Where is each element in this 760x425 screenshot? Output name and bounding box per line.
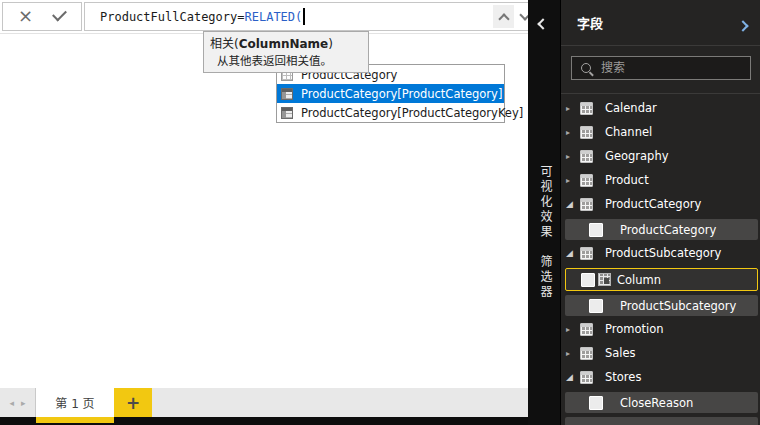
- divider: [561, 45, 760, 46]
- table-row-geography[interactable]: ▸Geography: [561, 144, 760, 168]
- field-label: CloseReason: [620, 396, 693, 410]
- table-label: Channel: [605, 125, 652, 139]
- field-row-column[interactable]: Column: [565, 268, 758, 291]
- table-row-stores[interactable]: ◢Stores: [561, 365, 760, 389]
- field-label: ProductSubcategory: [620, 299, 736, 313]
- chevron-expanded-icon[interactable]: ◢: [566, 199, 578, 209]
- function-description: 从其他表返回相关值。: [210, 52, 360, 68]
- table-icon: [580, 150, 593, 163]
- add-page-button[interactable]: +: [114, 388, 152, 417]
- search-box[interactable]: [571, 56, 751, 80]
- rail-tab-visualizations[interactable]: 可视化效果: [537, 165, 554, 240]
- field-checkbox[interactable]: [589, 396, 603, 410]
- table-row-sales[interactable]: ▸Sales: [561, 341, 760, 365]
- chevron-collapsed-icon[interactable]: ▸: [566, 349, 578, 358]
- text-caret: [303, 8, 305, 25]
- table-row-calendar[interactable]: ▸Calendar: [561, 96, 760, 120]
- field-row-productsubcategory[interactable]: ProductSubcategory: [565, 295, 758, 316]
- formula-bar: × ProductFullCategory=RELATED(: [0, 0, 528, 34]
- side-rail: 可视化效果 筛选器: [528, 0, 560, 425]
- page-tab[interactable]: 第 1 页: [36, 388, 114, 417]
- function-signature: 相关(ColumnName): [210, 34, 360, 51]
- autocomplete-item-label: ProductCategory[ProductCategoryKey]: [301, 106, 523, 120]
- chevron-collapsed-icon[interactable]: ▸: [566, 325, 578, 334]
- fields-tree: ▸Calendar▸Channel▸Geography▸Product◢Prod…: [561, 96, 760, 425]
- active-tab-underline: [36, 417, 114, 423]
- next-page-icon[interactable]: ▸: [21, 398, 26, 408]
- table-row-product[interactable]: ▸Product: [561, 168, 760, 192]
- table-label: Geography: [605, 149, 669, 163]
- chevron-expanded-icon[interactable]: ◢: [566, 248, 578, 258]
- fields-pane-title: 字段: [577, 13, 603, 32]
- table-label: Calendar: [605, 101, 657, 115]
- divider: [561, 93, 760, 94]
- autocomplete-item[interactable]: ProductCategory[ProductCategoryKey]: [277, 103, 504, 122]
- field-row-closereason[interactable]: CloseReason: [565, 392, 758, 413]
- table-row-productsubcategory[interactable]: ◢ProductSubcategory: [561, 241, 760, 265]
- autocomplete-item-label: ProductCategory[ProductCategory]: [301, 87, 502, 101]
- prev-page-icon[interactable]: ◂: [9, 398, 14, 408]
- table-row-productcategory[interactable]: ◢ProductCategory: [561, 192, 760, 216]
- table-label: ProductCategory: [605, 197, 701, 211]
- field-row-partial: [565, 417, 758, 425]
- field-label: ProductCategory: [620, 223, 716, 237]
- table-icon: [580, 323, 593, 336]
- table-label: Promotion: [605, 322, 664, 336]
- search-icon: [581, 63, 591, 73]
- table-icon: [580, 126, 593, 139]
- chevron-collapsed-icon[interactable]: ▸: [566, 104, 578, 113]
- collapse-fields-icon[interactable]: [739, 15, 747, 34]
- table-icon: [580, 198, 593, 211]
- autocomplete-item[interactable]: ProductCategory[ProductCategory]: [277, 84, 504, 103]
- fields-pane: 字段 ▸Calendar▸Channel▸Geography▸Product◢P…: [560, 0, 760, 425]
- powerbi-window: × ProductFullCategory=RELATED( 相关(Column…: [0, 0, 760, 425]
- commit-formula-icon[interactable]: [53, 7, 66, 26]
- chevron-collapsed-icon[interactable]: ▸: [566, 176, 578, 185]
- chevron-expanded-icon[interactable]: ◢: [566, 372, 578, 382]
- field-checkbox[interactable]: [589, 299, 603, 313]
- chevron-collapsed-icon[interactable]: ▸: [566, 128, 578, 137]
- column-icon: [281, 88, 293, 100]
- table-label: ProductSubcategory: [605, 246, 721, 260]
- cancel-formula-icon[interactable]: ×: [18, 7, 33, 25]
- formula-keyword: RELATED(: [245, 10, 303, 24]
- formula-input[interactable]: ProductFullCategory=RELATED(: [84, 2, 539, 31]
- table-row-channel[interactable]: ▸Channel: [561, 120, 760, 144]
- field-checkbox[interactable]: [581, 273, 595, 287]
- table-icon: [580, 102, 593, 115]
- table-icon: [580, 247, 593, 260]
- chevron-up-icon[interactable]: [493, 5, 514, 28]
- page-nav-arrows: ◂ ▸: [0, 388, 36, 417]
- page-bar: ◂ ▸ 第 1 页 +: [0, 388, 528, 417]
- formula-text: ProductFullCategory=: [100, 10, 245, 24]
- table-icon: [580, 371, 593, 384]
- table-label: Product: [605, 173, 649, 187]
- rail-tab-filters[interactable]: 筛选器: [537, 255, 554, 300]
- table-row-promotion[interactable]: ▸Promotion: [561, 317, 760, 341]
- collapse-rail-icon[interactable]: [539, 13, 547, 32]
- field-label: Column: [617, 273, 661, 287]
- formula-action-group: ×: [2, 2, 82, 31]
- table-icon: [580, 174, 593, 187]
- function-tooltip: 相关(ColumnName) 从其他表返回相关值。: [203, 31, 369, 73]
- table-label: Stores: [605, 370, 641, 384]
- chevron-collapsed-icon[interactable]: ▸: [566, 152, 578, 161]
- field-checkbox[interactable]: [589, 223, 603, 237]
- calculated-column-icon: [598, 273, 611, 286]
- table-icon: [580, 347, 593, 360]
- search-input[interactable]: [599, 60, 723, 76]
- table-label: Sales: [605, 346, 636, 360]
- column-icon: [281, 107, 293, 119]
- field-row-productcategory[interactable]: ProductCategory: [565, 219, 758, 240]
